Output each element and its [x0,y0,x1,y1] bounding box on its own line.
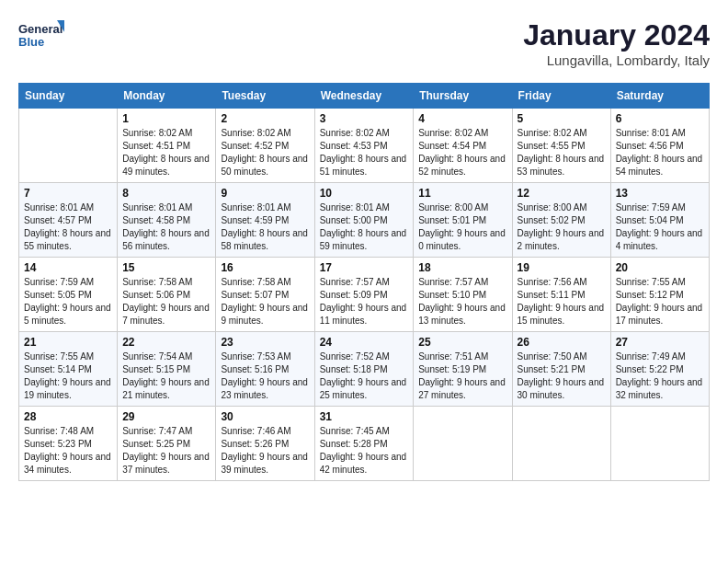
day-number: 29 [122,410,210,423]
page-header: General Blue January 2024 Lungavilla, Lo… [18,18,710,68]
day-number: 17 [320,261,409,274]
day-number: 2 [221,112,309,125]
day-info: Sunrise: 7:51 AMSunset: 5:19 PMDaylight:… [418,350,506,402]
day-cell: 18 Sunrise: 7:57 AMSunset: 5:10 PMDaylig… [414,258,512,332]
day-number: 28 [24,410,112,423]
day-info: Sunrise: 7:55 AMSunset: 5:14 PMDaylight:… [24,350,112,402]
week-row-1: 1 Sunrise: 8:02 AMSunset: 4:51 PMDayligh… [19,109,710,183]
day-cell: 24 Sunrise: 7:52 AMSunset: 5:18 PMDaylig… [314,332,414,407]
day-info: Sunrise: 7:49 AMSunset: 5:22 PMDaylight:… [616,350,704,402]
day-info: Sunrise: 8:01 AMSunset: 4:56 PMDaylight:… [616,127,704,178]
day-info: Sunrise: 7:45 AMSunset: 5:28 PMDaylight:… [320,425,409,477]
day-cell: 15 Sunrise: 7:58 AMSunset: 5:06 PMDaylig… [118,258,216,332]
day-number: 4 [418,112,506,125]
day-cell: 3 Sunrise: 8:02 AMSunset: 4:53 PMDayligh… [314,109,414,183]
day-cell [610,407,709,481]
header-friday: Friday [512,84,610,109]
day-info: Sunrise: 8:02 AMSunset: 4:53 PMDaylight:… [320,127,409,178]
day-info: Sunrise: 8:01 AMSunset: 4:58 PMDaylight:… [122,201,210,253]
day-number: 19 [518,261,606,274]
week-row-3: 14 Sunrise: 7:59 AMSunset: 5:05 PMDaylig… [19,258,710,332]
day-number: 12 [518,187,606,200]
day-info: Sunrise: 8:01 AMSunset: 5:00 PMDaylight:… [320,201,409,253]
day-info: Sunrise: 8:02 AMSunset: 4:52 PMDaylight:… [221,127,309,178]
day-info: Sunrise: 8:02 AMSunset: 4:55 PMDaylight:… [518,127,606,178]
day-cell: 2 Sunrise: 8:02 AMSunset: 4:52 PMDayligh… [216,109,314,183]
day-info: Sunrise: 7:59 AMSunset: 5:04 PMDaylight:… [616,201,704,253]
day-cell: 16 Sunrise: 7:58 AMSunset: 5:07 PMDaylig… [216,258,314,332]
day-cell: 14 Sunrise: 7:59 AMSunset: 5:05 PMDaylig… [19,258,118,332]
svg-text:General: General [18,22,63,36]
day-number: 15 [122,261,210,274]
location-subtitle: Lungavilla, Lombardy, Italy [523,52,710,68]
day-info: Sunrise: 7:53 AMSunset: 5:16 PMDaylight:… [221,350,309,402]
header-tuesday: Tuesday [216,84,314,109]
day-number: 25 [418,336,506,349]
logo: General Blue [18,18,64,57]
day-cell: 21 Sunrise: 7:55 AMSunset: 5:14 PMDaylig… [19,332,118,407]
day-info: Sunrise: 7:57 AMSunset: 5:09 PMDaylight:… [320,276,409,327]
day-cell [19,109,118,183]
day-info: Sunrise: 7:52 AMSunset: 5:18 PMDaylight:… [320,350,409,402]
day-cell: 27 Sunrise: 7:49 AMSunset: 5:22 PMDaylig… [610,332,709,407]
day-number: 13 [616,187,704,200]
day-info: Sunrise: 8:00 AMSunset: 5:01 PMDaylight:… [418,201,506,253]
day-cell: 29 Sunrise: 7:47 AMSunset: 5:25 PMDaylig… [118,407,216,481]
day-info: Sunrise: 7:59 AMSunset: 5:05 PMDaylight:… [24,276,112,327]
day-number: 10 [320,187,409,200]
day-number: 18 [418,261,506,274]
day-number: 16 [221,261,309,274]
day-cell: 28 Sunrise: 7:48 AMSunset: 5:23 PMDaylig… [19,407,118,481]
day-number: 31 [320,410,409,423]
day-info: Sunrise: 7:46 AMSunset: 5:26 PMDaylight:… [221,425,309,477]
day-info: Sunrise: 7:50 AMSunset: 5:21 PMDaylight:… [518,350,606,402]
day-number: 22 [122,336,210,349]
day-number: 6 [616,112,704,125]
day-cell: 19 Sunrise: 7:56 AMSunset: 5:11 PMDaylig… [512,258,610,332]
day-cell: 17 Sunrise: 7:57 AMSunset: 5:09 PMDaylig… [314,258,414,332]
day-number: 1 [122,112,210,125]
header-saturday: Saturday [610,84,709,109]
day-cell: 23 Sunrise: 7:53 AMSunset: 5:16 PMDaylig… [216,332,314,407]
day-number: 20 [616,261,704,274]
day-info: Sunrise: 7:56 AMSunset: 5:11 PMDaylight:… [518,276,606,327]
day-cell: 6 Sunrise: 8:01 AMSunset: 4:56 PMDayligh… [610,109,709,183]
day-number: 30 [221,410,309,423]
day-number: 3 [320,112,409,125]
day-cell: 9 Sunrise: 8:01 AMSunset: 4:59 PMDayligh… [216,183,314,258]
day-info: Sunrise: 8:00 AMSunset: 5:02 PMDaylight:… [518,201,606,253]
day-cell: 13 Sunrise: 7:59 AMSunset: 5:04 PMDaylig… [610,183,709,258]
day-number: 14 [24,261,112,274]
header-wednesday: Wednesday [314,84,414,109]
day-number: 9 [221,187,309,200]
day-cell: 25 Sunrise: 7:51 AMSunset: 5:19 PMDaylig… [414,332,512,407]
day-info: Sunrise: 7:55 AMSunset: 5:12 PMDaylight:… [616,276,704,327]
day-number: 11 [418,187,506,200]
day-info: Sunrise: 7:58 AMSunset: 5:07 PMDaylight:… [221,276,309,327]
day-cell: 31 Sunrise: 7:45 AMSunset: 5:28 PMDaylig… [314,407,414,481]
day-info: Sunrise: 7:54 AMSunset: 5:15 PMDaylight:… [122,350,210,402]
day-info: Sunrise: 7:47 AMSunset: 5:25 PMDaylight:… [122,425,210,477]
day-info: Sunrise: 7:58 AMSunset: 5:06 PMDaylight:… [122,276,210,327]
day-number: 23 [221,336,309,349]
day-cell: 20 Sunrise: 7:55 AMSunset: 5:12 PMDaylig… [610,258,709,332]
day-number: 26 [518,336,606,349]
day-info: Sunrise: 8:01 AMSunset: 4:59 PMDaylight:… [221,201,309,253]
day-cell: 10 Sunrise: 8:01 AMSunset: 5:00 PMDaylig… [314,183,414,258]
header-sunday: Sunday [19,84,118,109]
month-title: January 2024 [523,18,710,52]
week-row-4: 21 Sunrise: 7:55 AMSunset: 5:14 PMDaylig… [19,332,710,407]
svg-text:Blue: Blue [18,35,44,49]
day-number: 24 [320,336,409,349]
day-info: Sunrise: 8:02 AMSunset: 4:51 PMDaylight:… [122,127,210,178]
day-cell: 8 Sunrise: 8:01 AMSunset: 4:58 PMDayligh… [118,183,216,258]
title-block: January 2024 Lungavilla, Lombardy, Italy [523,18,710,68]
day-number: 21 [24,336,112,349]
day-cell: 26 Sunrise: 7:50 AMSunset: 5:21 PMDaylig… [512,332,610,407]
header-row: SundayMondayTuesdayWednesdayThursdayFrid… [19,84,710,109]
day-cell: 7 Sunrise: 8:01 AMSunset: 4:57 PMDayligh… [19,183,118,258]
day-number: 5 [518,112,606,125]
logo-svg: General Blue [18,18,64,57]
calendar-table: SundayMondayTuesdayWednesdayThursdayFrid… [18,83,710,481]
day-number: 27 [616,336,704,349]
